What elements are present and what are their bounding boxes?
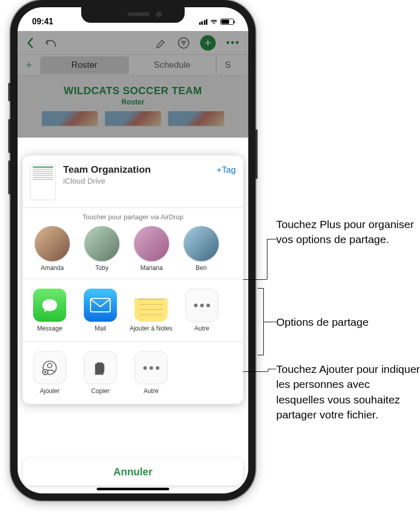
airdrop-section: Toucher pour partager via AirDrop Amanda… [23,208,243,279]
airdrop-contact-mariana[interactable]: Mariana [132,226,171,272]
power-button [256,129,258,179]
share-sheet: Team Organization iCloud Drive +Tag Touc… [23,156,243,404]
svg-point-3 [48,364,52,368]
callout-add-people: Touchez Ajouter pour indiquer les person… [276,362,420,423]
avatar [35,226,70,261]
doc-thumb [105,111,161,126]
sheet-tabs: + Roster Schedule S [18,55,248,76]
more-apps-icon [185,289,218,322]
share-app-mail[interactable]: Mail [81,289,120,332]
share-file-location: iCloud Drive [63,176,209,185]
add-button[interactable]: + [200,35,216,51]
copy-icon [84,351,117,384]
volume-down-button [8,160,10,194]
more-icon[interactable]: ••• [226,37,240,49]
cancel-button[interactable]: Annuler [23,458,243,485]
action-label: Copier [91,387,109,395]
document-area: WILDCATS SOCCER TEAM Roster [18,76,248,138]
contact-name: Mariana [140,264,162,272]
volume-up-button [8,119,10,153]
tab-overflow[interactable]: S [216,56,248,74]
tab-roster[interactable]: Roster [40,56,128,74]
app-label: Autre [194,325,209,332]
callout-line [267,239,267,279]
mail-icon [84,289,117,322]
share-app-more[interactable]: Autre [182,289,221,332]
contact-name: Toby [95,264,108,272]
doc-thumb [42,111,98,126]
contact-name: Amanda [41,264,64,272]
home-indicator[interactable] [97,488,169,490]
svg-rect-1 [91,298,110,312]
status-indicators [199,19,234,25]
callout-bracket [258,288,264,355]
document-title: WILDCATS SOCCER TEAM [26,85,240,97]
share-app-notes[interactable]: Ajouter à Notes [131,289,171,332]
share-apps-row: Message Mail Ajouter à [23,279,243,341]
share-action-add-people[interactable]: Ajouter [30,351,69,395]
contact-name: Ben [196,264,206,272]
tab-schedule[interactable]: Schedule [128,56,216,74]
notes-icon [134,289,168,322]
phone-screen: 09:41 [18,7,248,493]
avatar [84,226,119,261]
app-toolbar: + ••• [18,31,248,55]
app-label: Mail [95,325,106,332]
action-label: Ajouter [40,387,59,395]
filter-icon[interactable] [177,37,190,49]
airdrop-label: Toucher pour partager via AirDrop [30,213,236,221]
callout-line [268,369,268,371]
wifi-icon [209,19,218,25]
callout-line [268,369,276,369]
callout-line [264,322,276,322]
file-thumbnail [30,164,56,200]
messages-icon [33,289,66,322]
airdrop-contact-ben[interactable]: Ben [182,226,220,272]
share-sheet-header: Team Organization iCloud Drive +Tag [23,156,243,207]
app-label: Ajouter à Notes [130,325,173,332]
share-action-more[interactable]: Autre [131,351,171,395]
share-actions-row: Ajouter Copier A [23,342,243,404]
battery-icon [220,19,234,25]
callout-more-options: Touchez Plus pour organiser vos options … [276,217,420,247]
callout-share-options: Options de partage [276,314,420,329]
add-tag-button[interactable]: +Tag [217,165,236,175]
share-action-copy[interactable]: Copier [81,351,120,395]
status-time: 09:41 [32,17,53,26]
airdrop-contact-toby[interactable]: Toby [83,226,121,272]
cellular-icon [199,19,208,25]
doc-thumb [168,111,224,126]
action-label: Autre [144,387,159,395]
undo-icon[interactable] [44,38,58,48]
side-button [8,83,10,101]
app-label: Message [37,325,63,332]
callout-line [267,239,276,239]
iphone-frame: 09:41 [10,0,256,501]
cancel-label: Annuler [113,466,153,478]
share-app-message[interactable]: Message [30,289,69,332]
brush-icon[interactable] [155,37,167,49]
add-tab-button[interactable]: + [18,58,40,72]
avatar [134,226,169,261]
notch [81,7,185,23]
add-people-icon [33,351,66,384]
back-icon[interactable] [26,37,34,49]
avatar [184,226,219,261]
airdrop-contact-amanda[interactable]: Amanda [33,226,71,272]
share-file-title: Team Organization [63,164,209,175]
document-subtitle: Roster [26,98,240,106]
background-app: + ••• + Roster Schedule S WILDCATS SOCCE… [18,31,248,138]
more-actions-icon [134,351,168,384]
